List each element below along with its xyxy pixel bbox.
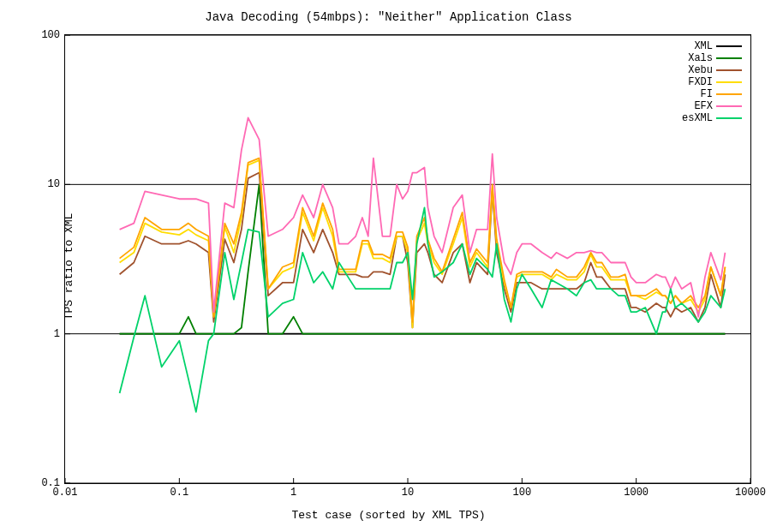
legend-item: XML [682, 40, 742, 52]
y-tick-label: 0.1 [41, 477, 60, 489]
legend-item: Xals [682, 52, 742, 64]
legend-item: esXML [682, 112, 742, 124]
legend-swatch [716, 57, 742, 59]
legend-label: Xebu [688, 64, 713, 76]
legend-swatch [716, 69, 742, 71]
legend-label: EFX [694, 100, 713, 112]
legend-swatch [716, 117, 742, 119]
y-tick-label: 100 [41, 29, 60, 41]
legend-swatch [716, 93, 742, 95]
x-axis-label: Test case (sorted by XML TPS) [9, 509, 768, 522]
legend-item: EFX [682, 100, 742, 112]
legend-swatch [716, 105, 742, 107]
legend-item: FXDI [682, 76, 742, 88]
plot-svg [65, 35, 750, 483]
chart-container: Java Decoding (54mbps): "Neither" Applic… [9, 9, 768, 523]
x-tick-label: 0.1 [170, 487, 189, 499]
legend-label: FXDI [688, 76, 713, 88]
legend-swatch [716, 45, 742, 47]
x-tick-label: 1 [290, 487, 296, 499]
y-tick-label: 1 [54, 328, 60, 340]
legend-label: XML [694, 40, 713, 52]
plot-area: XMLXalsXebuFXDIFIEFXesXML 0.010.11101001… [64, 34, 751, 484]
legend-label: FI [701, 88, 713, 100]
legend-item: Xebu [682, 64, 742, 76]
legend-label: Xals [688, 52, 713, 64]
legend-item: FI [682, 88, 742, 100]
legend-label: esXML [682, 112, 713, 124]
chart-title: Java Decoding (54mbps): "Neither" Applic… [9, 10, 768, 24]
x-tick-label: 100 [513, 487, 532, 499]
x-tick-label: 10 [402, 487, 414, 499]
legend: XMLXalsXebuFXDIFIEFXesXML [682, 40, 742, 124]
x-tick-label: 1000 [624, 487, 648, 499]
y-tick-label: 10 [48, 178, 60, 190]
x-tick-label: 10000 [735, 487, 766, 499]
legend-swatch [716, 81, 742, 83]
